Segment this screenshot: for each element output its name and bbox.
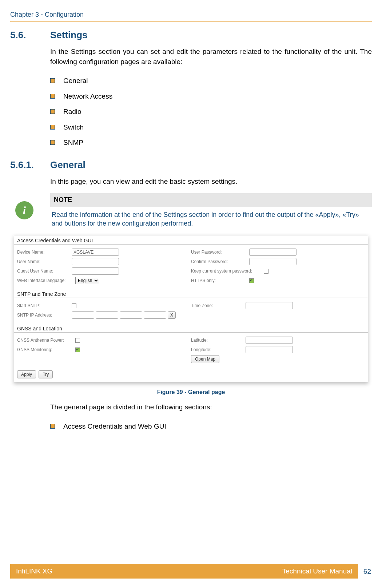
start-sntp-checkbox[interactable] [72, 303, 76, 308]
gnss-monitoring-checkbox[interactable] [75, 347, 80, 352]
list-item: Access Credentials and Web GUI [50, 419, 372, 434]
page-number: 62 [363, 568, 371, 576]
sntp-ip-4-input[interactable] [144, 311, 166, 319]
section-number: 5.6.1. [10, 159, 50, 171]
latitude-input[interactable] [246, 337, 293, 344]
list-item: SNMP [50, 135, 372, 151]
apply-button[interactable]: Apply [17, 370, 36, 378]
language-label: WEB Interface language: [17, 278, 75, 283]
gnss-antenna-label: GNSS Anthenna Power: [17, 338, 75, 343]
guest-user-input[interactable] [72, 267, 119, 275]
user-name-label: User Name: [17, 259, 72, 264]
timezone-input[interactable] [246, 302, 293, 309]
gnss-antenna-checkbox[interactable] [75, 338, 80, 343]
device-name-input[interactable] [72, 249, 119, 256]
section-title: General [50, 159, 85, 171]
after-figure-text: The general page is divided in the follo… [50, 402, 372, 412]
longitude-input[interactable] [246, 346, 293, 353]
sntp-ip-1-input[interactable] [72, 311, 94, 319]
panel-heading-access: Access Credentials and Web GUI [14, 235, 368, 245]
latitude-label: Latitude: [191, 338, 246, 343]
note-text: Read the information at the end of the S… [50, 207, 372, 230]
longitude-label: Longitude: [191, 347, 246, 352]
panel-heading-gnss: GNSS and Location [14, 324, 368, 333]
section-5-6-heading: 5.6. Settings [10, 29, 372, 41]
confirm-password-input[interactable] [249, 258, 297, 265]
general-page-screenshot: Access Credentials and Web GUI Device Na… [14, 235, 368, 382]
https-only-checkbox[interactable] [249, 278, 254, 283]
sntp-ip-3-input[interactable] [120, 311, 142, 319]
section-number: 5.6. [10, 29, 50, 41]
header-rule [10, 21, 372, 22]
section-intro: In the Settings section you can set and … [50, 47, 372, 67]
device-name-label: Device Name: [17, 250, 72, 255]
user-password-label: User Password: [191, 250, 249, 255]
sections-list: Access Credentials and Web GUI [50, 419, 372, 434]
gnss-monitoring-label: GNSS Monitoring: [17, 347, 75, 352]
note-block: i NOTE Read the information at the end o… [50, 193, 372, 230]
list-item: General [50, 73, 372, 89]
sntp-ip-2-input[interactable] [96, 311, 118, 319]
list-item: Radio [50, 104, 372, 120]
confirm-password-label: Confirm Password: [191, 259, 249, 264]
figure-caption: Figure 39 - General page [10, 389, 372, 396]
user-name-input[interactable] [72, 258, 119, 265]
language-select[interactable]: English [75, 277, 99, 284]
https-only-label: HTTPS only: [191, 278, 249, 283]
section-intro: In this page, you can view and edit the … [50, 176, 372, 187]
timezone-label: Time Zone: [191, 303, 246, 308]
footer-bar: InfiLINK XG Technical User Manual [10, 564, 358, 579]
section-title: Settings [50, 29, 88, 41]
guest-user-label: Guest User Name: [17, 269, 72, 274]
list-item: Switch [50, 120, 372, 135]
list-item: Network Access [50, 89, 372, 104]
try-button[interactable]: Try [39, 370, 53, 378]
settings-pages-list: General Network Access Radio Switch SNMP [50, 73, 372, 151]
note-label: NOTE [50, 193, 372, 207]
keep-password-checkbox[interactable] [264, 269, 268, 274]
user-password-input[interactable] [249, 249, 297, 256]
section-5-6-1-heading: 5.6.1. General [10, 159, 372, 171]
sntp-clear-button[interactable]: X [168, 311, 176, 319]
start-sntp-label: Start SNTP: [17, 303, 72, 308]
open-map-button[interactable]: Open Map [191, 355, 219, 363]
keep-password-label: Keep current system password: [191, 269, 264, 274]
sntp-ip-label: SNTP IP Address: [17, 313, 72, 318]
chapter-header: Chapter 3 - Configuration [10, 11, 372, 19]
footer-right: Technical User Manual [282, 567, 352, 575]
info-icon: i [15, 201, 33, 219]
footer-left: InfiLINK XG [16, 567, 52, 575]
panel-heading-sntp: SNTP and Time Zone [14, 290, 368, 298]
